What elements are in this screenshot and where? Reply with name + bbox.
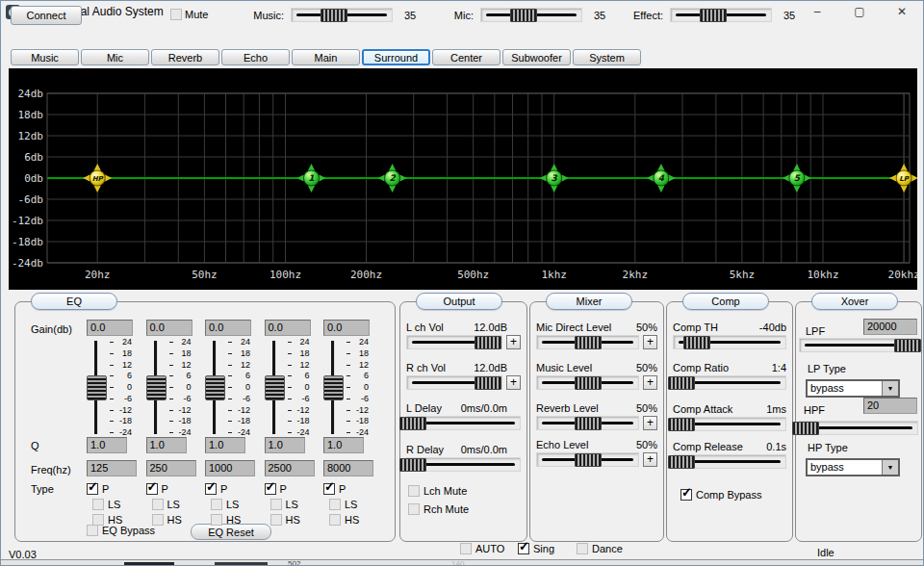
mic-direct-level-slider[interactable] (536, 335, 639, 349)
tab-system[interactable]: System (573, 49, 641, 65)
slider-thumb[interactable] (575, 453, 602, 467)
slider-thumb[interactable] (399, 458, 426, 472)
eq-band-5-gain-input[interactable]: 0.0 (323, 320, 370, 336)
r-ch-vol-slider[interactable] (406, 375, 502, 390)
mic-slider[interactable] (480, 8, 582, 22)
eq-band-1-type-ls-checkbox[interactable] (92, 499, 104, 510)
slider-thumb[interactable] (399, 417, 426, 430)
dance-row[interactable]: Dance (577, 543, 623, 554)
tab-center[interactable]: Center (432, 49, 500, 65)
eq-band-2-type-p-row[interactable]: ✓P (146, 483, 168, 495)
sing-checkbox[interactable]: ✓ (518, 543, 529, 554)
slider-thumb[interactable] (475, 336, 501, 349)
tab-main[interactable]: Main (292, 49, 360, 65)
lch-mute-checkbox[interactable] (408, 485, 420, 497)
slider-thumb[interactable] (668, 418, 695, 431)
eq-band-4-gain-input[interactable]: 0.0 (265, 320, 311, 336)
eq-band-3-type-ls-row[interactable]: LS (211, 499, 239, 510)
eq-band-5-gain-slider[interactable]: 24181260-6-12-18-24 (323, 341, 373, 434)
dance-checkbox[interactable] (577, 543, 588, 554)
slider-thumb[interactable] (205, 375, 225, 400)
eq-band-5-type-p-checkbox[interactable]: ✓ (323, 483, 335, 495)
eq-band-5-type-ls-checkbox[interactable] (329, 499, 341, 510)
eq-band-3-gain-slider[interactable]: 24181260-6-12-18-24 (205, 341, 255, 434)
connect-button[interactable]: Connect (11, 6, 82, 25)
eq-band-2-type-ls-row[interactable]: LS (152, 499, 180, 510)
eq-bypass-checkbox[interactable] (87, 525, 98, 536)
eq-band-5-type-ls-row[interactable]: LS (329, 499, 357, 510)
eq-band-4-q-input[interactable]: 1.0 (265, 437, 305, 453)
eq-band-4-type-ls-checkbox[interactable] (270, 499, 282, 510)
eq-band-5-q-input[interactable]: 1.0 (323, 437, 364, 453)
eq-band-4-type-hs-row[interactable]: HS (270, 514, 300, 526)
eq-band-4-type-p-checkbox[interactable]: ✓ (265, 483, 276, 495)
eq-node-hp[interactable]: HP (83, 164, 112, 193)
slider-thumb[interactable] (575, 376, 602, 390)
eq-band-1-gain-slider[interactable]: 24181260-6-12-18-24 (87, 341, 137, 434)
music-slider[interactable] (291, 8, 393, 22)
mute-checkbox-row[interactable]: Mute (170, 9, 208, 20)
chevron-down-icon[interactable]: ▼ (882, 460, 898, 475)
slider-thumb[interactable] (575, 336, 602, 349)
slider-thumb[interactable] (146, 375, 167, 400)
eq-band-3-q-input[interactable]: 1.0 (205, 437, 245, 453)
music-level-slider[interactable] (536, 375, 639, 390)
eq-band-2-freq-input[interactable]: 250 (146, 460, 196, 476)
r-delay-slider[interactable] (406, 457, 521, 472)
eq-node-3[interactable]: 3 (540, 164, 569, 193)
eq-reset-button[interactable]: EQ Reset (191, 524, 271, 540)
lpf-slider[interactable] (799, 338, 918, 352)
slider-thumb[interactable] (668, 455, 695, 469)
auto-checkbox[interactable] (460, 543, 472, 554)
mic-direct-level-plus-button[interactable]: + (643, 335, 657, 349)
echo-level-slider[interactable] (536, 452, 639, 467)
slider-thumb[interactable] (321, 9, 347, 22)
eq-node-5[interactable]: 5 (783, 164, 811, 193)
mute-checkbox[interactable] (170, 9, 182, 20)
eq-node-2[interactable]: 2 (378, 164, 407, 193)
eq-band-5-type-hs-row[interactable]: HS (329, 514, 359, 526)
l-delay-slider[interactable] (406, 416, 521, 430)
eq-band-1-gain-input[interactable]: 0.0 (87, 320, 133, 336)
eq-band-3-type-hs-row[interactable]: HS (211, 514, 241, 526)
eq-band-5-type-hs-checkbox[interactable] (329, 514, 341, 526)
eq-band-5-freq-input[interactable]: 8000 (323, 460, 373, 476)
hp-type-dropdown[interactable]: bypass ▼ (806, 458, 900, 476)
eq-band-2-type-p-checkbox[interactable]: ✓ (146, 483, 158, 495)
chevron-down-icon[interactable]: ▼ (882, 381, 898, 396)
hpf-slider[interactable] (799, 421, 918, 435)
eq-band-4-freq-input[interactable]: 2500 (265, 460, 315, 476)
slider-thumb[interactable] (575, 417, 602, 430)
slider-thumb[interactable] (700, 9, 727, 22)
eq-band-4-type-ls-row[interactable]: LS (270, 499, 298, 510)
music-level-plus-button[interactable]: + (643, 375, 657, 390)
eq-band-2-type-hs-row[interactable]: HS (152, 514, 182, 526)
lpf-input[interactable]: 20000 (863, 319, 917, 335)
eq-band-2-q-input[interactable]: 1.0 (146, 437, 187, 453)
tab-echo[interactable]: Echo (221, 49, 290, 65)
eq-band-2-gain-slider[interactable]: 24181260-6-12-18-24 (146, 341, 196, 434)
slider-thumb[interactable] (683, 336, 710, 349)
eq-band-2-gain-input[interactable]: 0.0 (146, 320, 192, 336)
echo-level-plus-button[interactable]: + (643, 452, 657, 467)
l-ch-vol-plus-button[interactable]: + (506, 335, 521, 349)
comp-th-slider[interactable] (673, 335, 786, 349)
eq-band-3-freq-input[interactable]: 1000 (205, 460, 255, 476)
tab-subwoofer[interactable]: Subwoofer (502, 49, 571, 65)
eq-band-2-type-hs-checkbox[interactable] (152, 514, 164, 526)
eq-band-1-type-hs-checkbox[interactable] (92, 514, 104, 526)
slider-thumb[interactable] (894, 339, 921, 352)
reverb-level-plus-button[interactable]: + (643, 416, 657, 430)
eq-band-1-type-ls-row[interactable]: LS (92, 499, 120, 510)
eq-band-3-type-hs-checkbox[interactable] (211, 514, 222, 526)
comp-release-slider[interactable] (673, 454, 786, 469)
tab-music[interactable]: Music (11, 49, 79, 65)
comp-attack-slider[interactable] (673, 417, 786, 431)
eq-band-2-type-ls-checkbox[interactable] (152, 499, 164, 510)
slider-thumb[interactable] (87, 375, 107, 400)
slider-thumb[interactable] (510, 9, 537, 22)
eq-band-3-type-p-checkbox[interactable]: ✓ (205, 483, 217, 495)
lch-mute-row[interactable]: Lch Mute (408, 485, 467, 497)
eq-band-4-type-p-row[interactable]: ✓P (265, 483, 287, 495)
slider-thumb[interactable] (668, 376, 695, 390)
